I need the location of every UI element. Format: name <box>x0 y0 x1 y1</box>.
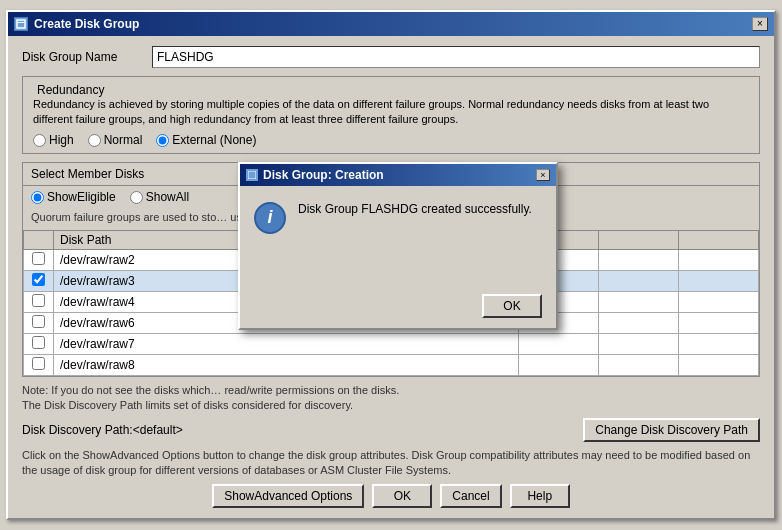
dialog-title: Disk Group: Creation <box>263 168 384 182</box>
main-window: Create Disk Group × Disk Group Name Redu… <box>6 10 776 521</box>
dialog-buttons: OK <box>240 286 556 328</box>
info-icon: i <box>254 202 286 234</box>
dialog-window-icon <box>246 169 258 181</box>
dialog-message: Disk Group FLASHDG created successfully. <box>298 200 542 218</box>
dialog-ok-button[interactable]: OK <box>482 294 542 318</box>
dialog-overlay: Disk Group: Creation × i Disk Group FLAS… <box>8 12 774 519</box>
dialog-content: i Disk Group FLASHDG created successfull… <box>240 186 556 286</box>
dialog-close-button[interactable]: × <box>536 169 550 181</box>
dialog-title-bar: Disk Group: Creation × <box>240 164 556 186</box>
dialog: Disk Group: Creation × i Disk Group FLAS… <box>238 162 558 330</box>
svg-rect-2 <box>248 171 256 179</box>
